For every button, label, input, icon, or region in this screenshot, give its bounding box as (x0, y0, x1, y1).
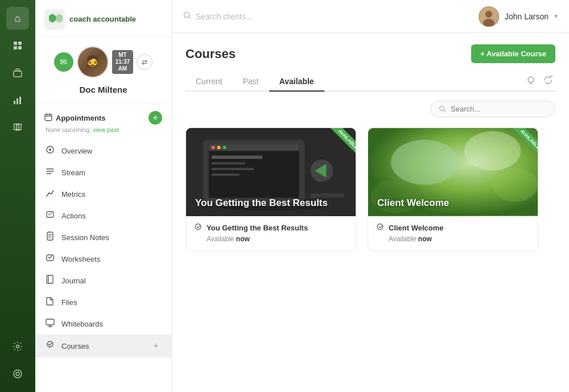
course-card-icon (194, 223, 202, 233)
course-card-best-results[interactable]: You Getting the Best Results available (185, 127, 356, 251)
chart-bar-icon[interactable] (6, 89, 29, 112)
svg-rect-3 (18, 46, 22, 49)
svg-point-43 (195, 224, 201, 230)
svg-point-24 (485, 11, 492, 18)
view-past-link[interactable]: view past (93, 126, 119, 133)
journal-label: Journal (61, 277, 162, 285)
sidebar-item-metrics[interactable]: Metrics (35, 183, 171, 205)
user-info[interactable]: John Larson ▾ (479, 6, 558, 27)
user-menu-chevron: ▾ (554, 13, 558, 20)
add-appointment-button[interactable]: + (149, 111, 162, 125)
tab-available[interactable]: Available (269, 72, 324, 92)
sidebar-item-journal[interactable]: Journal (35, 270, 171, 291)
layout-icon[interactable] (6, 34, 29, 57)
avatar-image: 🧔 (78, 47, 108, 77)
worksheets-label: Worksheets (61, 255, 162, 263)
appointments-header: Appointments + (44, 111, 162, 125)
actions-icon (44, 210, 56, 221)
svg-point-46 (464, 131, 521, 171)
course-name-best-results: You Getting the Best Results (207, 224, 308, 232)
courses-label: Courses (61, 342, 144, 350)
metrics-icon (44, 188, 56, 200)
sidebar-item-whiteboards[interactable]: Whiteboards (35, 313, 171, 335)
client-profile: ✉ 🧔 MT11:37AM ⇄ Doc Miltene (35, 37, 171, 104)
stream-label: Stream (61, 168, 162, 177)
sidebar-item-worksheets[interactable]: Worksheets (35, 248, 171, 270)
overview-icon (44, 145, 56, 156)
sidebar-item-overview[interactable]: Overview (35, 140, 171, 162)
sidebar-item-courses[interactable]: Courses + (35, 335, 171, 357)
svg-point-33 (217, 146, 221, 149)
course-card-image-client-welcome: Client Welcome available (368, 128, 538, 216)
course-search-input[interactable] (451, 105, 547, 113)
svg-point-27 (440, 106, 444, 111)
svg-point-32 (212, 146, 215, 149)
appointments-section: Appointments + None upcoming. view past (35, 104, 171, 135)
time-badge: MT11:37AM (112, 50, 134, 74)
logo[interactable]: coach accountable (44, 9, 162, 30)
bulb-icon[interactable] (526, 75, 536, 88)
briefcase-icon[interactable] (6, 61, 29, 84)
nav-list: Overview Stream Metrics (35, 135, 171, 362)
share-button[interactable]: ⇄ (137, 54, 152, 70)
whiteboards-label: Whiteboards (61, 320, 162, 328)
search-box[interactable] (430, 101, 555, 117)
svg-rect-38 (212, 174, 240, 176)
appointments-sub: None upcoming. view past (44, 126, 162, 133)
add-available-course-button[interactable]: + Available Course (471, 44, 555, 63)
courses-grid: You Getting the Best Results available (185, 127, 555, 251)
svg-rect-31 (209, 144, 299, 151)
gear-icon[interactable] (6, 335, 29, 358)
search-box-icon (439, 105, 446, 113)
appointments-label: Appointments (56, 114, 105, 122)
sidebar-item-files[interactable]: Files (35, 291, 171, 313)
calendar-icon (44, 113, 52, 123)
icon-bar: ⌂ (0, 0, 35, 392)
home-icon[interactable]: ⌂ (6, 7, 29, 30)
main-content: Search clients... John Larson ▾ Courses … (172, 0, 569, 392)
svg-point-8 (17, 345, 19, 348)
journal-icon (44, 275, 56, 286)
course-name-client-welcome: Client Welcome (389, 224, 444, 232)
sidebar-item-actions[interactable]: Actions (35, 205, 171, 226)
course-availability-best-results: Available now (207, 235, 348, 243)
book-icon[interactable] (6, 116, 29, 139)
courses-title: Courses (185, 47, 236, 61)
whiteboards-icon (44, 318, 56, 329)
svg-point-10 (16, 372, 19, 376)
tab-icons (526, 75, 555, 88)
logo-text: coach accountable (69, 15, 136, 24)
svg-point-49 (377, 224, 383, 230)
course-card-body-best-results: You Getting the Best Results Available n… (186, 216, 356, 251)
files-label: Files (61, 298, 162, 307)
top-bar: Search clients... John Larson ▾ (172, 0, 569, 33)
client-name: Doc Miltene (79, 85, 127, 94)
svg-point-22 (184, 13, 189, 18)
refresh-icon[interactable] (543, 75, 553, 88)
sidebar-item-session-notes[interactable]: Session Notes (35, 226, 171, 248)
courses-icon (44, 340, 56, 352)
add-course-nav-button[interactable]: + (150, 340, 162, 352)
course-name-row-client-welcome: Client Welcome (376, 223, 530, 233)
sidebar-item-stream[interactable]: Stream (35, 162, 171, 183)
course-card-client-welcome[interactable]: Client Welcome available (368, 127, 538, 251)
search-clients-area[interactable]: Search clients... (183, 11, 469, 21)
user-avatar (479, 6, 499, 27)
stream-icon (44, 167, 56, 178)
tab-current[interactable]: Current (185, 72, 233, 92)
course-title-overlay-client-welcome: Client Welcome (377, 197, 449, 209)
svg-point-9 (14, 370, 22, 378)
svg-rect-19 (47, 275, 48, 283)
svg-rect-7 (19, 97, 21, 104)
svg-point-34 (223, 146, 226, 149)
availability-emphasis-2: now (418, 235, 432, 243)
search-clients-placeholder: Search clients... (196, 12, 253, 21)
svg-rect-1 (18, 42, 22, 45)
courses-header: Courses + Available Course (185, 44, 555, 63)
email-button[interactable]: ✉ (54, 52, 73, 72)
settings-icon[interactable] (6, 362, 29, 385)
courses-area: Courses + Available Course Current Past … (172, 33, 569, 392)
tab-past[interactable]: Past (233, 72, 269, 92)
svg-rect-12 (45, 114, 52, 121)
actions-label: Actions (61, 212, 162, 220)
